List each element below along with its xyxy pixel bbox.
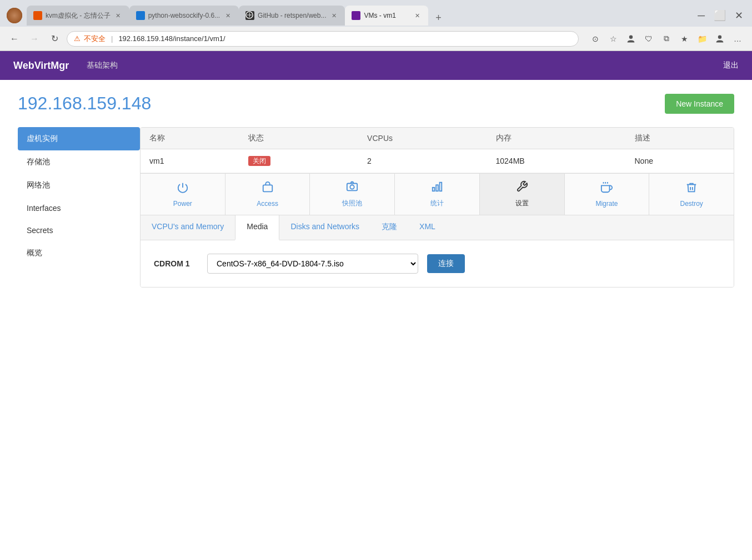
svg-rect-6 bbox=[433, 188, 435, 191]
svg-point-2 bbox=[718, 35, 721, 38]
new-tab-button[interactable]: + bbox=[430, 10, 446, 26]
split-view-icon[interactable]: ⧉ bbox=[659, 31, 674, 47]
action-power-label: Power bbox=[173, 200, 192, 208]
minimize-button[interactable]: ─ bbox=[695, 10, 707, 22]
navbar-brand: WebVirtMgr bbox=[13, 60, 69, 72]
svg-point-1 bbox=[629, 35, 633, 38]
action-migrate-label: Migrate bbox=[595, 200, 618, 208]
tab-icon-4 bbox=[352, 11, 360, 20]
content-area: 名称 状态 VCPUs 内存 描述 vm1 关闭 bbox=[140, 127, 734, 287]
more-menu-icon[interactable]: … bbox=[730, 31, 745, 47]
refresh-button[interactable]: ↻ bbox=[47, 31, 62, 47]
svg-rect-7 bbox=[436, 185, 438, 191]
navbar-logout-button[interactable]: 退出 bbox=[723, 60, 739, 70]
cell-vcpus: 2 bbox=[358, 149, 487, 173]
cell-desc: None bbox=[626, 149, 734, 173]
action-destroy-label: Destroy bbox=[680, 200, 703, 208]
close-button[interactable]: ✕ bbox=[733, 9, 745, 22]
action-access-button[interactable]: Access bbox=[225, 174, 310, 215]
back-button[interactable]: ← bbox=[7, 31, 22, 47]
navbar-infrastructure-link[interactable]: 基础架构 bbox=[82, 60, 122, 70]
browser-tab-4[interactable]: VMs - vm1 ✕ bbox=[345, 6, 428, 26]
tab-icon-3 bbox=[245, 11, 254, 20]
action-access-label: Access bbox=[257, 200, 278, 208]
tabs-bar: VCPU's and Memory Media Disks and Networ… bbox=[141, 215, 734, 240]
tab-label-3: GitHub - retspen/web... bbox=[258, 12, 326, 19]
navbar: WebVirtMgr 基础架构 退出 bbox=[0, 51, 752, 80]
tab-content-media: CDROM 1 CentOS-7-x86_64-DVD-1804-7.5.iso… bbox=[141, 240, 734, 287]
favorites-icon[interactable]: ★ bbox=[676, 31, 692, 47]
tab-media[interactable]: Media bbox=[235, 215, 279, 240]
tab-clone[interactable]: 克隆 bbox=[370, 215, 408, 240]
svg-rect-8 bbox=[440, 183, 442, 191]
tab-icon-1 bbox=[33, 11, 42, 20]
restore-button[interactable]: ⬜ bbox=[711, 9, 728, 22]
col-header-memory: 内存 bbox=[487, 128, 626, 149]
main-layout: 虚机实例 存储池 网络池 Interfaces Secrets 概览 名称 状 bbox=[18, 127, 734, 287]
sidebar-item-vm-instances[interactable]: 虚机实例 bbox=[18, 127, 140, 150]
cdrom-select[interactable]: CentOS-7-x86_64-DVD-1804-7.5.iso ubuntu-… bbox=[207, 254, 418, 274]
sidebar-item-interfaces[interactable]: Interfaces bbox=[18, 197, 140, 219]
cdrom-label: CDROM 1 bbox=[154, 259, 198, 268]
cdrom-form-row: CDROM 1 CentOS-7-x86_64-DVD-1804-7.5.iso… bbox=[154, 254, 720, 274]
address-bar[interactable]: ⚠ 不安全 | 192.168.159.148/instance/1/vm1/ bbox=[67, 31, 579, 47]
browser-tab-3[interactable]: GitHub - retspen/web... ✕ bbox=[239, 6, 345, 26]
browser-avatar bbox=[7, 8, 22, 23]
action-stats-button[interactable]: 统计 bbox=[395, 174, 480, 215]
connect-button[interactable]: 连接 bbox=[427, 254, 465, 273]
action-power-button[interactable]: Power bbox=[141, 174, 225, 215]
action-settings-label: 设置 bbox=[515, 199, 529, 208]
sidebar-item-network-pool[interactable]: 网络池 bbox=[18, 174, 140, 197]
new-instance-button[interactable]: New Instance bbox=[665, 94, 734, 114]
profile2-icon[interactable] bbox=[712, 31, 728, 47]
tab-xml[interactable]: XML bbox=[408, 215, 447, 240]
action-snapshot-button[interactable]: 快照池 bbox=[310, 174, 395, 215]
profile-icon[interactable] bbox=[623, 31, 639, 47]
page-header: 192.168.159.148 New Instance bbox=[18, 93, 734, 114]
col-header-name: 名称 bbox=[141, 128, 239, 149]
tab-close-4[interactable]: ✕ bbox=[413, 11, 422, 20]
reader-mode-icon[interactable]: ⊙ bbox=[588, 31, 603, 47]
tab-vcpu[interactable]: VCPU's and Memory bbox=[141, 215, 235, 240]
svg-point-5 bbox=[350, 185, 354, 189]
window-controls: ─ ⬜ ✕ bbox=[695, 9, 745, 22]
forward-button[interactable]: → bbox=[27, 31, 42, 47]
tab-close-3[interactable]: ✕ bbox=[329, 11, 338, 20]
address-bar-container: ← → ↻ ⚠ 不安全 | 192.168.159.148/instance/1… bbox=[0, 27, 752, 51]
sidebar-item-storage-pool[interactable]: 存储池 bbox=[18, 150, 140, 174]
bookmark-icon[interactable]: ☆ bbox=[605, 31, 621, 47]
tab-bar: kvm虚拟化 - 忘情公子 ✕ python-websockify-0.6...… bbox=[27, 6, 689, 26]
tab-disks[interactable]: Disks and Networks bbox=[279, 215, 370, 240]
page-title: 192.168.159.148 bbox=[18, 93, 151, 114]
cell-memory: 1024MB bbox=[487, 149, 626, 173]
tab-label-1: kvm虚拟化 - 忘情公子 bbox=[46, 11, 111, 21]
access-icon bbox=[262, 181, 274, 196]
action-migrate-button[interactable]: Migrate bbox=[565, 174, 650, 215]
migrate-icon bbox=[600, 181, 613, 196]
browser-tab-2[interactable]: python-websockify-0.6... ✕ bbox=[129, 6, 239, 26]
shield-icon[interactable]: 🛡 bbox=[641, 31, 656, 47]
tab-close-2[interactable]: ✕ bbox=[223, 11, 232, 20]
col-header-desc: 描述 bbox=[626, 128, 734, 149]
cell-name: vm1 bbox=[141, 149, 239, 173]
stats-icon bbox=[431, 180, 443, 195]
action-settings-button[interactable]: 设置 bbox=[480, 174, 565, 215]
tab-close-1[interactable]: ✕ bbox=[114, 11, 123, 20]
power-icon bbox=[177, 181, 189, 196]
snapshot-icon bbox=[346, 180, 358, 195]
security-warning-icon: ⚠ bbox=[74, 34, 81, 43]
action-destroy-button[interactable]: Destroy bbox=[649, 174, 734, 215]
action-snapshot-label: 快照池 bbox=[342, 199, 362, 208]
action-bar: Power Access 快照池 bbox=[141, 173, 734, 215]
sidebar-item-overview[interactable]: 概览 bbox=[18, 241, 140, 265]
col-header-status: 状态 bbox=[239, 128, 358, 149]
sidebar-item-secrets[interactable]: Secrets bbox=[18, 219, 140, 241]
action-stats-label: 统计 bbox=[430, 199, 444, 208]
security-warning-text: 不安全 bbox=[84, 34, 106, 44]
sidebar: 虚机实例 存储池 网络池 Interfaces Secrets 概览 bbox=[18, 127, 140, 287]
table-row: vm1 关闭 2 1024MB None bbox=[141, 149, 734, 173]
collections-icon[interactable]: 📁 bbox=[694, 31, 710, 47]
settings-icon bbox=[516, 180, 528, 195]
browser-tab-1[interactable]: kvm虚拟化 - 忘情公子 ✕ bbox=[27, 6, 129, 26]
status-badge: 关闭 bbox=[248, 156, 270, 166]
